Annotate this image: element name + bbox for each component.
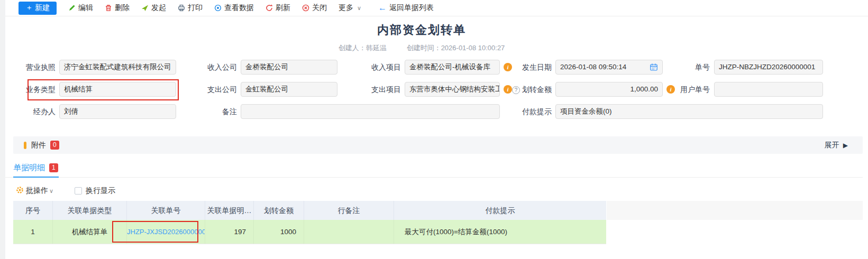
business-license-label: 营业执照 <box>0 60 56 75</box>
attachment-marker-icon <box>24 142 26 149</box>
batch-operations-row: 批操作 ∨ 换行显示 <box>16 186 115 196</box>
payment-tip-label: 付款提示 <box>476 104 552 119</box>
view-data-icon <box>214 4 222 12</box>
doc-no-field[interactable]: JHZP-NBZJHZD20260000001 <box>714 60 823 75</box>
new-button[interactable]: ＋ 新建 <box>19 2 57 15</box>
row-cell-amount: 1000 <box>254 220 304 244</box>
close-icon <box>302 4 309 12</box>
back-to-list-button[interactable]: ← 返回单据列表 <box>378 3 434 13</box>
refresh-label: 刷新 <box>276 3 290 13</box>
wrap-display-checkbox[interactable] <box>75 187 82 195</box>
business-type-field[interactable]: 机械结算 <box>59 82 176 97</box>
table-header-filler <box>607 201 863 220</box>
handler-field[interactable]: 刘倩 <box>59 104 176 119</box>
row-bottom-border <box>13 244 606 244</box>
creator-line: 创建人：韩延温创建时间：2026-01-08 10:00:27 <box>0 43 843 53</box>
batch-chevron-down-icon[interactable]: ∨ <box>49 188 53 195</box>
refresh-button[interactable]: 刷新 <box>266 3 290 13</box>
row-cell-detail: 197 <box>205 220 254 244</box>
transfer-amount-label: ?划转金额 <box>476 82 552 97</box>
transfer-amount-field[interactable]: 1,000.00 <box>555 82 663 97</box>
col-header-doc-no: 关联单号 <box>127 201 205 220</box>
print-label: 打印 <box>188 3 203 13</box>
batch-operations-button[interactable]: 批操作 <box>26 186 48 196</box>
occur-date-field[interactable]: 2026-01-08 09:50:14 <box>555 60 663 75</box>
related-doc-link[interactable]: JHZP-JXJSD2026000000 <box>127 228 205 236</box>
wrap-display-label: 换行显示 <box>86 186 115 196</box>
expand-button[interactable]: 展开 ▶ <box>825 141 848 150</box>
user-doc-no-field[interactable] <box>714 82 823 97</box>
expense-project-label: 支出项目 <box>339 82 401 97</box>
doc-no-label: 单号 <box>651 60 710 75</box>
expand-label: 展开 <box>825 141 839 150</box>
col-header-tip: 付款提示 <box>394 201 606 220</box>
tab-details-label: 单据明细 <box>13 163 45 173</box>
expense-company-label: 支出公司 <box>175 82 237 97</box>
initiate-label: 发起 <box>151 3 166 13</box>
tab-active-underline <box>13 177 59 178</box>
business-type-label: 业务类型 <box>0 82 56 97</box>
attachments-label: 附件 <box>31 141 46 150</box>
help-icon[interactable]: ? <box>512 86 520 94</box>
col-header-no: 序号 <box>13 201 53 220</box>
income-project-label: 收入项目 <box>339 60 401 75</box>
tab-divider <box>5 177 863 178</box>
printer-icon <box>178 4 185 12</box>
income-company-field[interactable]: 金桥装配公司 <box>241 60 337 75</box>
creator-label: 创建人： <box>339 44 366 52</box>
col-header-amount: 划转金额 <box>254 201 304 220</box>
edit-label: 编辑 <box>78 3 93 13</box>
back-arrow-icon: ← <box>378 4 387 12</box>
plus-icon: ＋ <box>25 3 33 13</box>
gear-icon <box>16 186 24 196</box>
col-header-detail: 关联单据明… <box>205 201 254 220</box>
toolbar: ＋ 新建 编辑 删除 发起 打印 查看数据 刷新 关闭 <box>5 0 868 16</box>
created-time-label: 创建时间： <box>407 44 441 52</box>
remark-label: 备注 <box>175 104 237 119</box>
expand-triangle-icon: ▶ <box>843 142 848 149</box>
created-time-value: 2026-01-08 10:00:27 <box>441 44 505 52</box>
attachments-bar: 附件 0 展开 ▶ <box>13 136 863 154</box>
col-header-remark: 行备注 <box>304 201 394 220</box>
delete-button[interactable]: 删除 <box>105 3 130 13</box>
row-cell-remark <box>304 220 394 244</box>
edit-button[interactable]: 编辑 <box>68 3 93 13</box>
more-label: 更多 <box>339 3 353 13</box>
send-icon <box>141 4 149 12</box>
payment-tip-field[interactable]: 项目资金余额(0) <box>555 104 823 119</box>
row-cell-tip: 最大可付(1000)=结算金额(1000) <box>394 220 606 244</box>
more-button[interactable]: 更多 ∨ <box>339 3 361 13</box>
document-header: 内部资金划转单 创建人：韩延温创建时间：2026-01-08 10:00:27 <box>0 22 843 53</box>
business-license-field[interactable]: 济宁金虹装配式建筑科技有限公司 <box>59 60 176 75</box>
occur-date-label: 发生日期 <box>476 60 552 75</box>
creator-value: 韩延温 <box>366 44 387 52</box>
details-count-badge: 1 <box>49 163 58 172</box>
expense-company-field[interactable]: 金虹装配公司 <box>241 82 337 97</box>
refresh-icon <box>266 4 273 12</box>
col-header-type: 关联单据类型 <box>53 201 127 220</box>
user-doc-no-label: 用户单号 <box>651 82 710 97</box>
trash-icon <box>105 4 112 12</box>
initiate-button[interactable]: 发起 <box>141 3 166 13</box>
remark-field[interactable] <box>241 104 500 119</box>
new-button-label: 新建 <box>35 3 50 13</box>
pencil-icon <box>68 4 76 12</box>
view-data-label: 查看数据 <box>224 3 254 13</box>
handler-label: 经办人 <box>0 104 56 119</box>
fund-transfer-page: ＋ 新建 编辑 删除 发起 打印 查看数据 刷新 关闭 <box>0 0 868 259</box>
tab-details[interactable]: 单据明细 1 <box>13 163 58 173</box>
print-button[interactable]: 打印 <box>178 3 203 13</box>
page-title: 内部资金划转单 <box>0 22 843 38</box>
view-data-button[interactable]: 查看数据 <box>214 3 254 13</box>
income-company-label: 收入公司 <box>175 60 237 75</box>
row-cell-doc-link: JHZP-JXJSD2026000000 <box>127 220 205 244</box>
attachments-count-badge: 0 <box>50 141 59 150</box>
close-button[interactable]: 关闭 <box>302 3 327 13</box>
row-cell-no: 1 <box>13 220 53 244</box>
delete-label: 删除 <box>115 3 130 13</box>
chevron-down-icon: ∨ <box>357 5 361 12</box>
close-label: 关闭 <box>312 3 327 13</box>
back-label: 返回单据列表 <box>389 3 434 13</box>
row-cell-type: 机械结算单 <box>53 220 127 244</box>
